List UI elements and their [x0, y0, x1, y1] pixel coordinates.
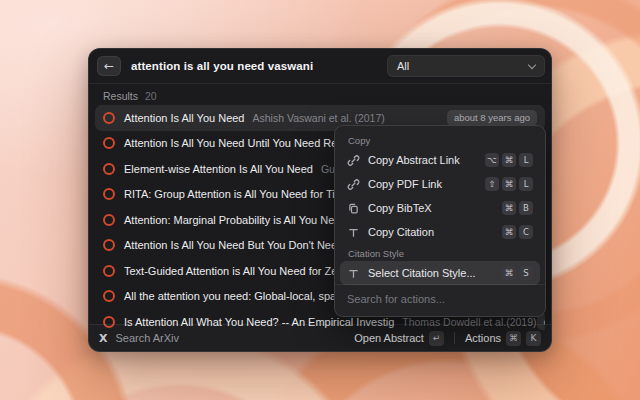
arxiv-result-icon: [103, 239, 115, 251]
open-abstract-action[interactable]: Open Abstract: [354, 332, 424, 344]
search-topbar: ← attention is all you need vaswani All: [89, 49, 551, 83]
link-icon: [347, 154, 360, 167]
search-query-text[interactable]: attention is all you need vaswani: [131, 60, 313, 72]
menu-item-copy-bibtex[interactable]: Copy BibTeX ⌘ B: [340, 196, 540, 220]
section-header-copy: Copy: [340, 131, 540, 148]
shortcut-keys: ⌘ B: [502, 201, 533, 215]
shortcut-keys: ⇧ ⌘ L: [485, 177, 533, 191]
screen: ← attention is all you need vaswani All …: [0, 0, 640, 400]
result-title: Attention: Marginal Probability is All Y…: [124, 214, 353, 226]
shortcut-keys: ⌘ S: [502, 266, 533, 280]
c-keycap: C: [519, 225, 533, 239]
footer-divider: [454, 332, 455, 344]
chevron-down-icon: [528, 60, 536, 68]
menu-item-label: Copy BibTeX: [368, 202, 432, 214]
arxiv-result-icon: [103, 214, 115, 226]
menu-divider: [335, 284, 545, 285]
topbar-divider: [89, 83, 551, 84]
menu-item-copy-citation[interactable]: Copy Citation ⌘ C: [340, 220, 540, 244]
arxiv-result-icon: [103, 265, 115, 277]
option-keycap: ⌥: [485, 153, 499, 167]
back-arrow-icon: ←: [104, 60, 114, 72]
actions-panel: Copy Copy Abstract Link ⌥ ⌘ L Copy PDF L…: [334, 125, 546, 317]
l-keycap: L: [519, 177, 533, 191]
result-title: Element-wise Attention Is All You Need: [124, 163, 313, 175]
actions-button[interactable]: Actions: [465, 332, 501, 344]
shortcut-keys: ⌥ ⌘ L: [485, 153, 533, 167]
cmd-keycap: ⌘: [506, 331, 521, 346]
menu-item-label: Select Citation Style...: [368, 267, 476, 279]
arxiv-result-icon: [103, 137, 115, 149]
arxiv-logo-icon: X: [99, 332, 107, 345]
copy-icon: [347, 202, 360, 215]
result-age-badge: about 8 years ago: [447, 110, 537, 126]
launcher-window: ← attention is all you need vaswani All …: [88, 48, 552, 352]
s-keycap: S: [519, 266, 533, 280]
text-icon: [347, 226, 360, 239]
section-header-citation-style: Citation Style: [340, 244, 540, 261]
arxiv-result-icon: [103, 290, 115, 302]
cmd-keycap: ⌘: [502, 201, 516, 215]
shortcut-keys: ⌘ C: [502, 225, 533, 239]
enter-keycap: ↵: [429, 331, 444, 346]
link-icon: [347, 178, 360, 191]
footer-bar: X Search ArXiv Open Abstract ↵ Actions ⌘…: [89, 324, 551, 351]
filter-dropdown-value: All: [397, 60, 409, 72]
text-icon: [347, 267, 360, 280]
cmd-keycap: ⌘: [502, 266, 516, 280]
result-title: Attention Is All You Need: [124, 112, 244, 124]
results-label: Results: [103, 90, 138, 102]
actions-search-input[interactable]: [347, 289, 533, 309]
menu-item-label: Copy PDF Link: [368, 178, 442, 190]
back-button[interactable]: ←: [97, 56, 121, 76]
menu-item-label: Copy Abstract Link: [368, 154, 460, 166]
footer-source-label: Search ArXiv: [115, 332, 179, 344]
b-keycap: B: [519, 201, 533, 215]
arxiv-result-icon: [103, 188, 115, 200]
cmd-keycap: ⌘: [502, 177, 516, 191]
l-keycap: L: [519, 153, 533, 167]
cmd-keycap: ⌘: [502, 153, 516, 167]
filter-dropdown[interactable]: All: [387, 55, 545, 77]
k-keycap: K: [526, 331, 541, 346]
menu-item-label: Copy Citation: [368, 226, 434, 238]
cmd-keycap: ⌘: [502, 225, 516, 239]
menu-item-select-citation-style[interactable]: Select Citation Style... ⌘ S: [340, 261, 540, 285]
arxiv-result-icon: [103, 112, 115, 124]
menu-item-copy-pdf-link[interactable]: Copy PDF Link ⇧ ⌘ L: [340, 172, 540, 196]
results-count: 20: [145, 90, 157, 102]
footer-actions: Open Abstract ↵ Actions ⌘ K: [354, 331, 541, 346]
menu-item-copy-abstract-link[interactable]: Copy Abstract Link ⌥ ⌘ L: [340, 148, 540, 172]
shift-keycap: ⇧: [485, 177, 499, 191]
arxiv-result-icon: [103, 163, 115, 175]
results-header: Results 20: [103, 90, 157, 102]
result-subtitle: Ashish Vaswani et al. (2017): [252, 112, 384, 124]
